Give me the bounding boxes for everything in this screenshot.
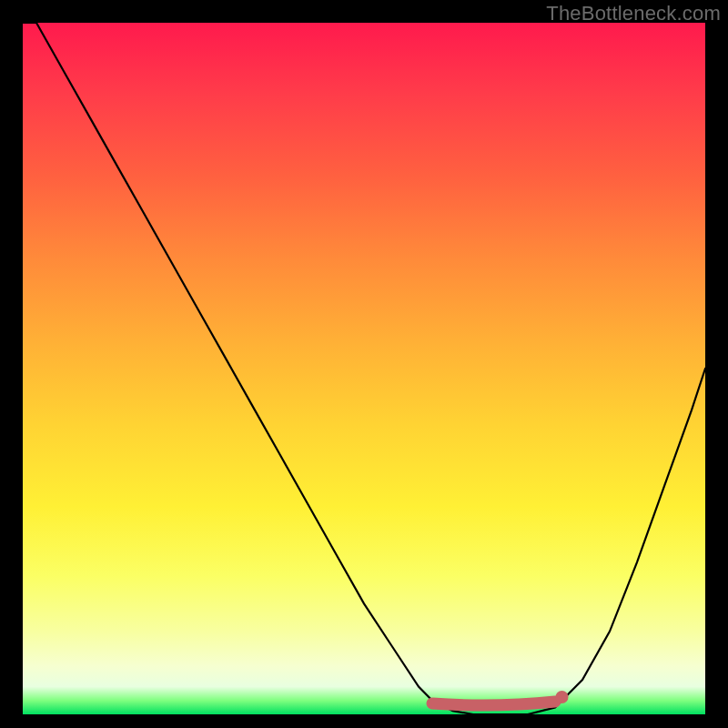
optimal-zone-marker [23,23,705,714]
indicator-dot [556,691,569,703]
chart-area [23,23,705,714]
